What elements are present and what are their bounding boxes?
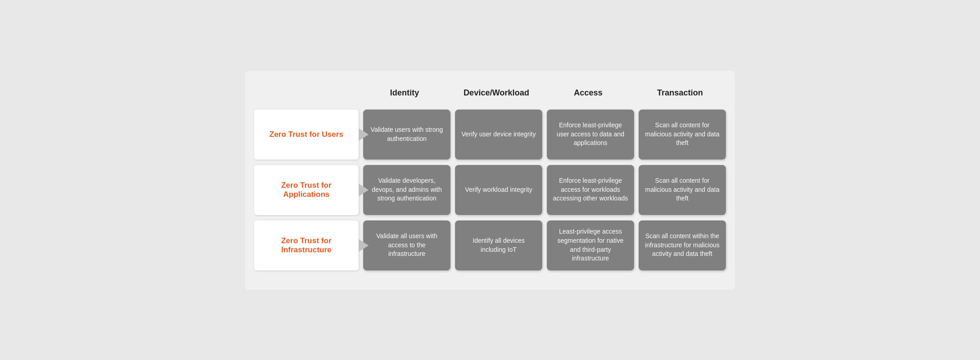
row-users: Zero Trust for Users Validate users with… bbox=[254, 110, 726, 160]
cell-apps-transaction: Scan all content for malicious activity … bbox=[639, 165, 726, 215]
cell-users-transaction: Scan all content for malicious activity … bbox=[639, 110, 726, 160]
row-infrastructure: Zero Trust for Infrastructure Validate a… bbox=[254, 220, 726, 270]
row-label-users: Zero Trust for Users bbox=[254, 110, 359, 160]
cell-infra-access: Least-privilege access segmentation for … bbox=[547, 220, 634, 270]
header-access: Access bbox=[542, 85, 634, 105]
cell-apps-device: Verify workload integrity bbox=[455, 165, 542, 215]
cell-users-access: Enforce least-privilege user access to d… bbox=[547, 110, 634, 160]
row-applications: Zero Trust for Applications Validate dev… bbox=[254, 165, 726, 215]
header-identity: Identity bbox=[359, 85, 450, 105]
header-col0 bbox=[254, 85, 359, 105]
cell-apps-access: Enforce least-privilege access for workl… bbox=[547, 165, 634, 215]
cell-infra-identity: Validate all users with access to the in… bbox=[363, 220, 450, 270]
zero-trust-diagram: Identity Device/Workload Access Transact… bbox=[245, 71, 735, 290]
cell-infra-device: Identify all devices including IoT bbox=[455, 220, 542, 270]
row-label-infrastructure: Zero Trust for Infrastructure bbox=[254, 220, 359, 270]
cell-users-identity: Validate users with strong authenticatio… bbox=[363, 110, 450, 160]
header-device-workload: Device/Workload bbox=[450, 85, 542, 105]
header-row: Identity Device/Workload Access Transact… bbox=[254, 85, 726, 105]
cell-infra-transaction: Scan all content within the infrastructu… bbox=[639, 220, 726, 270]
header-transaction: Transaction bbox=[634, 85, 726, 105]
row-label-applications: Zero Trust for Applications bbox=[254, 165, 359, 215]
cell-apps-identity: Validate developers, devops, and admins … bbox=[363, 165, 450, 215]
cell-users-device: Verify user device integrity bbox=[455, 110, 542, 160]
